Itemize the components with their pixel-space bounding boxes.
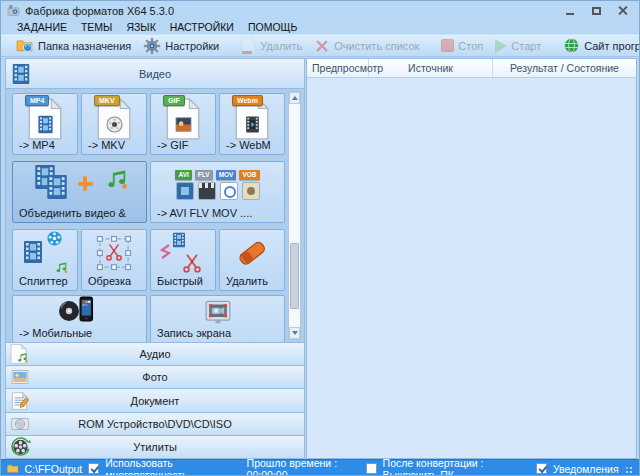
app-window: Фабрика форматов X64 5.3.0 ЗАДАНИЕ ТЕМЫ … [0, 0, 640, 476]
film-icon [10, 63, 32, 85]
folder-small-icon [7, 463, 19, 474]
remove-button[interactable]: Удалить [235, 36, 308, 56]
maximize-button[interactable] [583, 1, 609, 20]
folder-icon [15, 37, 34, 54]
play-icon [495, 39, 507, 53]
gear-icon [143, 37, 161, 55]
start-button[interactable]: Старт [489, 38, 547, 54]
tile-screen-record[interactable]: Запись экрана [150, 295, 285, 342]
sidebar: Видео MP4 -> MP4 MKV -> MKV [5, 58, 305, 459]
menu-help[interactable]: ПОМОЩЬ [241, 21, 304, 33]
menu-language[interactable]: ЯЗЫК [119, 21, 162, 33]
column-source[interactable]: Источник [369, 59, 493, 77]
window-title: Фабрика форматов X64 5.3.0 [25, 5, 174, 17]
multithreading-label: Использовать многопоточность [105, 457, 240, 476]
column-result-state[interactable]: Результат / Состояние [493, 59, 636, 77]
close-icon [618, 6, 627, 15]
scroll-up-button[interactable] [289, 92, 300, 104]
splitter-icon [19, 230, 71, 276]
crop-scissors-icon [94, 233, 134, 273]
multithreading-checkbox[interactable] [88, 463, 99, 474]
section-audio[interactable]: Аудио [5, 342, 305, 366]
triangle-up-icon [292, 96, 298, 100]
quick-cut-icon [157, 232, 209, 274]
gif-file-icon: GIF [162, 95, 204, 140]
task-list-empty-area[interactable] [307, 78, 636, 458]
clear-list-button[interactable]: Очистить список [308, 37, 425, 55]
section-rom-device[interactable]: ROM Устройство\DVD\CD\ISO [5, 413, 305, 436]
close-button[interactable] [609, 1, 635, 20]
output-folder-path[interactable]: C:\FFOutput [25, 463, 83, 475]
task-list-panel: Предпросмотр Источник Результат / Состоя… [306, 58, 637, 459]
tile-merge-video[interactable]: Объединить видео & [12, 161, 147, 223]
tile-quick-cut[interactable]: Быстрый [150, 229, 216, 291]
stop-icon [441, 39, 454, 52]
menu-settings[interactable]: НАСТРОЙКИ [163, 21, 241, 33]
menu-themes[interactable]: ТЕМЫ [74, 21, 119, 33]
minimize-icon [566, 13, 574, 15]
grid-scrollbar[interactable] [288, 91, 301, 340]
red-x-icon [314, 38, 330, 54]
notifications-checkbox[interactable] [536, 463, 547, 474]
multi-format-icon: AVI FLV MOV VOB [175, 170, 259, 199]
tile-to-mobile[interactable]: -> Мобильные [12, 295, 147, 342]
category-list: Аудио Фото Документ ROM Устройство\DVD\C… [5, 342, 305, 459]
scroll-down-button[interactable] [289, 327, 300, 339]
tile-to-mkv[interactable]: MKV -> MKV [81, 93, 147, 155]
webm-file-icon: Webm [231, 95, 273, 140]
elapsed-time: Прошло времени : 00:00:00 [247, 457, 360, 476]
flv-icon [198, 182, 216, 200]
video-tools-grid: MP4 -> MP4 MKV -> MKV GIF -> GIF [5, 89, 305, 342]
menubar: ЗАДАНИЕ ТЕМЫ ЯЗЫК НАСТРОЙКИ ПОМОЩЬ [1, 20, 639, 34]
task-list-header: Предпросмотр Источник Результат / Состоя… [307, 59, 636, 78]
resize-grip[interactable] [625, 464, 633, 474]
menu-task[interactable]: ЗАДАНИЕ [10, 21, 74, 33]
mobile-device-icon [53, 295, 107, 329]
tile-splitter[interactable]: Сплиттер [12, 229, 78, 291]
window-controls [557, 1, 635, 20]
settings-button[interactable]: Настройки [137, 36, 225, 56]
screen-record-icon [151, 296, 284, 328]
titlebar: Фабрика форматов X64 5.3.0 [1, 1, 639, 20]
toolbar: Папка назначения Настройки Удалить Очист… [1, 34, 639, 57]
eraser-icon [220, 231, 284, 275]
mp4-file-icon: MP4 [24, 95, 66, 140]
shutdown-after-checkbox[interactable] [366, 463, 377, 474]
website-button[interactable]: Сайт программы [557, 36, 640, 55]
merge-video-audio-icon [26, 162, 134, 208]
minimize-button[interactable] [557, 1, 583, 20]
remove-file-icon [241, 37, 256, 55]
section-video[interactable]: Видео [5, 58, 305, 89]
tile-to-gif[interactable]: GIF -> GIF [150, 93, 216, 155]
avi-icon [176, 182, 194, 200]
shutdown-after-label: После конвертации : Выключить ПК [383, 457, 530, 476]
notifications-label: Уведомления [553, 463, 619, 475]
stop-button[interactable]: Стоп [435, 38, 489, 53]
tile-to-webm[interactable]: Webm -> WebM [219, 93, 285, 155]
app-icon [7, 4, 20, 17]
section-photo[interactable]: Фото [5, 366, 305, 389]
maximize-icon [592, 7, 601, 15]
tile-delete[interactable]: Удалить [219, 229, 285, 291]
plus-icon [78, 176, 93, 191]
statusbar: C:\FFOutput Использовать многопоточность… [1, 459, 639, 476]
tile-crop[interactable]: Обрезка [81, 229, 147, 291]
scrollbar-thumb[interactable] [290, 243, 299, 310]
mkv-file-icon: MKV [93, 95, 135, 140]
tile-to-avi-flv-mov[interactable]: AVI FLV MOV VOB -> AVI FLV MOV .... [150, 161, 285, 223]
globe-icon [563, 37, 580, 54]
triangle-down-icon [292, 331, 298, 335]
dest-folder-button[interactable]: Папка назначения [9, 36, 137, 55]
vob-icon [242, 182, 260, 200]
column-preview[interactable]: Предпросмотр [307, 59, 369, 77]
tile-to-mp4[interactable]: MP4 -> MP4 [12, 93, 78, 155]
mov-icon [220, 182, 238, 200]
section-document[interactable]: Документ [5, 389, 305, 412]
